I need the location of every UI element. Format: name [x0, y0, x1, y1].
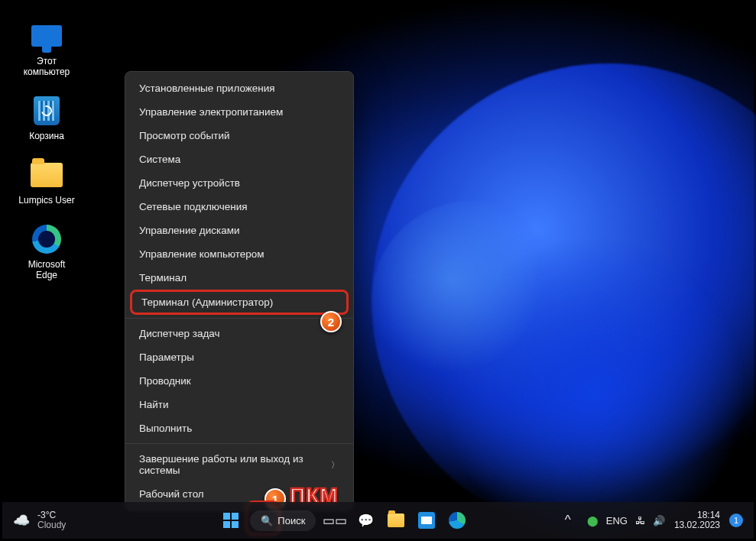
taskbar-chat[interactable]: 💬 — [354, 509, 377, 532]
notification-badge[interactable]: 1 — [729, 513, 743, 527]
menu-item-7[interactable]: Управление компьютером — [125, 242, 353, 266]
menu-item-8[interactable]: Терминал — [125, 266, 353, 290]
menu-item-1[interactable]: Управление электропитанием — [125, 100, 353, 124]
search-icon: 🔍 — [261, 515, 273, 526]
menu-item-label: Сетевые подключения — [139, 201, 248, 212]
desktop-icon-label: Этот компьютер — [24, 56, 70, 77]
taskbar-explorer[interactable] — [384, 509, 407, 532]
menu-item-label: Система — [139, 154, 180, 165]
menu-item-label: Рабочий стол — [139, 488, 204, 500]
menu-item-3[interactable]: Система — [125, 147, 353, 171]
menu-item-label: Найти — [139, 399, 169, 410]
menu-separator — [125, 443, 353, 444]
menu-item-9[interactable]: Терминал (Администратор) — [130, 290, 349, 315]
tray-app-icon[interactable]: ⬤ — [587, 515, 599, 526]
taskbar-edge[interactable] — [446, 509, 469, 532]
menu-item-14[interactable]: Выполнить — [125, 416, 353, 440]
desktop-icon-label: Корзина — [29, 131, 64, 141]
menu-item-label: Диспетчер задач — [139, 328, 220, 339]
desktop-icons: Этот компьютер Корзина Lumpics User Micr… — [16, 19, 77, 280]
desktop-icon-this-pc[interactable]: Этот компьютер — [16, 19, 77, 77]
desktop-icon-user-folder[interactable]: Lumpics User — [16, 158, 77, 206]
menu-item-10[interactable]: Диспетчер задач — [125, 322, 353, 345]
folder-icon — [388, 513, 404, 527]
tray-language[interactable]: ENG — [606, 515, 628, 526]
menu-item-label: Проводник — [139, 375, 191, 387]
menu-item-label: Управление компьютером — [139, 248, 264, 260]
taskview-icon: ▭▭ — [323, 513, 347, 529]
taskbar-clock[interactable]: 18:14 13.02.2023 — [674, 510, 720, 530]
search-label: Поиск — [277, 515, 305, 526]
chevron-right-icon: 〉 — [331, 459, 339, 471]
menu-item-label: Просмотр событий — [139, 130, 230, 141]
menu-item-6[interactable]: Управление дисками — [125, 219, 353, 242]
desktop-wallpaper — [2, 2, 754, 539]
desktop-icon-label: Lumpics User — [18, 195, 74, 206]
taskbar-store[interactable] — [415, 509, 438, 532]
chat-icon: 💬 — [358, 513, 374, 529]
menu-item-label: Терминал — [139, 272, 187, 283]
menu-item-2[interactable]: Просмотр событий — [125, 124, 353, 147]
store-icon — [418, 512, 435, 529]
taskbar-center: 🔍 Поиск ▭▭ 💬 — [132, 509, 556, 532]
desktop-icon-edge[interactable]: Microsoft Edge — [16, 222, 77, 280]
folder-icon — [31, 163, 63, 187]
menu-item-label: Установленные приложения — [139, 83, 275, 94]
tray-chevron[interactable]: ^ — [556, 509, 579, 532]
menu-item-5[interactable]: Сетевые подключения — [125, 195, 353, 219]
annotation-badge-2: 2 — [320, 311, 342, 332]
menu-item-label: Параметры — [139, 351, 194, 363]
tray-volume-icon[interactable]: 🔊 — [653, 515, 665, 526]
menu-item-13[interactable]: Найти — [125, 393, 353, 416]
taskbar: ☁️ -3°C Cloudy 🔍 Поиск ▭▭ 💬 ^ ⬤ — [2, 502, 754, 539]
menu-item-label: Выполнить — [139, 423, 192, 434]
winx-context-menu: Установленные приложенияУправление элект… — [125, 71, 354, 511]
taskbar-task-view[interactable]: ▭▭ — [323, 509, 346, 532]
taskbar-tray: ^ ⬤ ENG 🖧 🔊 18:14 13.02.2023 1 — [556, 509, 754, 532]
menu-item-label: Управление электропитанием — [139, 106, 283, 118]
desktop-icon-label: Microsoft Edge — [28, 259, 66, 280]
recycle-bin-icon — [34, 96, 60, 125]
edge-icon — [449, 512, 466, 529]
menu-item-11[interactable]: Параметры — [125, 345, 353, 369]
taskbar-weather-widget[interactable]: ☁️ -3°C Cloudy — [2, 510, 132, 530]
edge-icon — [32, 225, 61, 254]
menu-item-12[interactable]: Проводник — [125, 369, 353, 393]
menu-item-label: Диспетчер устройств — [139, 177, 240, 189]
menu-item-15[interactable]: Завершение работы или выход из системы〉 — [125, 447, 353, 482]
menu-item-4[interactable]: Диспетчер устройств — [125, 171, 353, 195]
clock-date: 13.02.2023 — [674, 520, 720, 530]
weather-icon: ☁️ — [13, 512, 30, 529]
menu-separator — [125, 318, 353, 319]
taskbar-search[interactable]: 🔍 Поиск — [250, 510, 316, 531]
menu-item-0[interactable]: Установленные приложения — [125, 76, 353, 100]
menu-item-label: Управление дисками — [139, 225, 240, 236]
menu-item-label: Завершение работы или выход из системы — [139, 453, 331, 476]
menu-item-label: Терминал (Администратор) — [141, 296, 273, 308]
windows-logo-icon — [223, 513, 238, 528]
monitor-icon — [31, 25, 62, 47]
weather-desc: Cloudy — [37, 520, 66, 530]
tray-network-icon[interactable]: 🖧 — [635, 515, 645, 526]
desktop-icon-recycle-bin[interactable]: Корзина — [16, 94, 77, 141]
start-button[interactable] — [219, 509, 242, 532]
